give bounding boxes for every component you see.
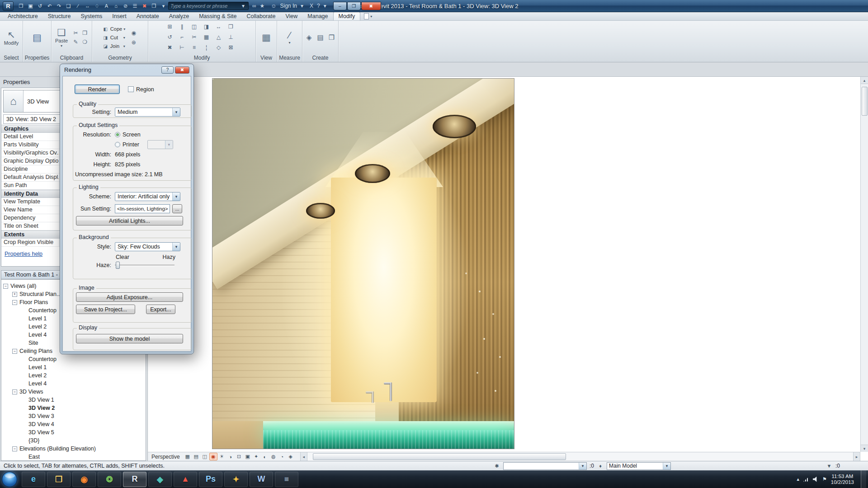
create-group-icon[interactable]: ◈ — [304, 33, 314, 42]
background-style-select[interactable]: Sky: Few Clouds ▾ — [115, 242, 180, 251]
minus-expander-icon[interactable]: − — [3, 284, 8, 289]
properties-palette-button[interactable]: ▤ — [32, 32, 42, 43]
sync-with-central-icon[interactable]: ↺ — [36, 2, 44, 10]
thin-lines-icon[interactable]: ☰ — [131, 2, 139, 10]
screen-radio[interactable] — [115, 132, 120, 137]
detail-level-icon[interactable]: ▤ — [192, 453, 200, 460]
tree-item-level-1[interactable]: Level 1 — [1, 363, 146, 371]
customize-quick-access-icon[interactable]: ▾ — [159, 2, 168, 10]
tree-item-level-4[interactable]: Level 4 — [1, 380, 146, 388]
close-button[interactable]: ✖ — [361, 2, 381, 10]
aligned-dimension-icon[interactable]: ↔ — [83, 2, 92, 10]
search-binoculars-icon[interactable]: ∞ — [252, 3, 256, 9]
sun-setting-field[interactable]: <In-session, Lighting> — [115, 204, 170, 213]
split-with-gap-icon[interactable]: ¦ — [202, 43, 211, 52]
sun-path-icon[interactable]: ☀ — [218, 453, 226, 460]
lighting-scheme-select[interactable]: Interior: Artificial only ▾ — [115, 192, 180, 201]
text-icon[interactable]: A — [102, 2, 111, 10]
default-3d-view-icon[interactable]: ⌂ — [112, 2, 120, 10]
printer-radio[interactable] — [115, 142, 120, 147]
start-button[interactable] — [2, 472, 17, 487]
autodesk-exchange-taskbar-button[interactable]: ✦ — [224, 472, 248, 487]
windows-explorer-taskbar-button[interactable]: ❒ — [47, 472, 71, 487]
trim-extend-corner-icon[interactable]: ⌐ — [178, 33, 186, 41]
tab-analyze[interactable]: Analyze — [164, 12, 194, 20]
minus-expander-icon[interactable]: − — [12, 446, 17, 451]
tree-item-3d-views[interactable]: −3D Views — [1, 388, 146, 396]
media-app-taskbar-button[interactable]: ■ — [275, 472, 298, 487]
tab-structure[interactable]: Structure — [43, 12, 76, 20]
print-icon[interactable]: ❑ — [64, 2, 73, 10]
visual-style-icon[interactable]: ◫ — [201, 453, 209, 460]
scroll-down-icon[interactable]: ▾ — [861, 445, 868, 452]
reveal-hidden-elements-icon[interactable]: ◍ — [269, 453, 278, 460]
match-type-properties-icon[interactable]: ✎ — [71, 38, 80, 47]
view-scale-icon[interactable]: ▦ — [184, 453, 192, 460]
minus-expander-icon[interactable]: − — [12, 389, 17, 394]
autodesk-revit-taskbar-button[interactable]: R — [123, 472, 146, 487]
close-hidden-windows-icon[interactable]: ✖ — [140, 2, 149, 10]
scroll-up-icon[interactable]: ▴ — [861, 77, 868, 84]
taskbar-clock[interactable]: 11:53 AM 10/2/2013 — [831, 474, 854, 485]
render-button[interactable]: Render — [75, 84, 120, 94]
mirror-pick-axis-icon[interactable]: ◫ — [190, 22, 198, 31]
tree-item-3d-view-5[interactable]: 3D View 5 — [1, 428, 146, 436]
vertical-scrollbar[interactable]: ▴ ▾ — [860, 77, 868, 452]
google-chrome-taskbar-button[interactable]: ❂ — [98, 472, 121, 487]
measure-icon[interactable]: ∕ — [74, 2, 82, 10]
horizontal-scrollbar[interactable]: ◂ ▸ — [300, 452, 860, 461]
adobe-photoshop-taskbar-button[interactable]: Ps — [199, 472, 222, 487]
active-workset-select[interactable]: ▾ — [503, 462, 587, 470]
wall-joins-icon[interactable]: ⊠ — [226, 43, 235, 52]
tab-collaborate[interactable]: Collaborate — [242, 12, 281, 20]
tree-item-3d-view-4[interactable]: 3D View 4 — [1, 420, 146, 428]
design-options-icon[interactable]: ♦ — [597, 462, 604, 469]
rendered-bathroom-scene[interactable] — [212, 78, 514, 449]
infocenter-search[interactable]: ▾ — [168, 2, 249, 10]
microsoft-word-taskbar-button[interactable]: W — [250, 472, 273, 487]
show-hidden-icons[interactable]: ▴ — [797, 476, 799, 482]
show-desktop-button[interactable] — [861, 470, 866, 488]
tree-item-3d-view-2[interactable]: 3D View 2 — [1, 404, 146, 412]
worksets-icon[interactable]: ✱ — [493, 462, 500, 469]
trim-extend-single-icon[interactable]: ⊢ — [178, 43, 186, 52]
switch-windows-icon[interactable]: ❒ — [150, 2, 158, 10]
tab-architecture[interactable]: Architecture — [3, 12, 43, 20]
tab-modify[interactable]: Modify — [333, 12, 361, 20]
chevron-down-icon[interactable]: ▾ — [324, 3, 326, 9]
scroll-right-icon[interactable]: ▸ — [853, 452, 860, 461]
highlight-displacement-sets-icon[interactable]: ◈ — [287, 453, 295, 460]
cope-button[interactable]: ◧Cope▾ — [102, 25, 125, 33]
autodesk-viewer-taskbar-button[interactable]: ◆ — [148, 472, 172, 487]
pin-icon[interactable]: ⊥ — [226, 33, 235, 41]
tab-systems[interactable]: Systems — [75, 12, 107, 20]
haze-slider[interactable] — [115, 261, 175, 270]
tab-manage[interactable]: Manage — [302, 12, 333, 20]
paint-icon[interactable]: ◉ — [129, 28, 138, 37]
tag-by-category-icon[interactable]: ♢ — [93, 2, 101, 10]
tree-item-elevations-building-elevation[interactable]: −Elevations (Building Elevation) — [1, 445, 146, 453]
drawing-area[interactable]: Perspective ▦▤◫◉☀◑⊡▣✦◐◍◔◈ ◂ ▸ ▴ ▾ — [147, 77, 868, 461]
array-icon[interactable]: ▦ — [202, 33, 211, 41]
join-geometry-button[interactable]: ◪Join▾ — [102, 42, 125, 50]
search-input[interactable] — [170, 3, 240, 9]
exchange-apps-icon[interactable]: X — [310, 3, 313, 9]
tree-item-countertop[interactable]: Countertop — [1, 355, 146, 363]
network-icon[interactable] — [803, 477, 809, 482]
show-crop-region-icon[interactable]: ▣ — [244, 453, 252, 460]
paste-button[interactable]: ❑ Paste ▾ — [54, 27, 69, 48]
haze-slider-thumb[interactable] — [116, 262, 120, 269]
crop-view-icon[interactable]: ⊡ — [235, 453, 243, 460]
rotate-icon[interactable]: ↺ — [165, 33, 174, 41]
volume-icon[interactable] — [813, 477, 818, 482]
redo-icon[interactable]: ↷ — [55, 2, 63, 10]
open-icon[interactable]: ❐ — [17, 2, 25, 10]
tab-annotate[interactable]: Annotate — [132, 12, 164, 20]
firefox-taskbar-button[interactable]: ◉ — [72, 472, 96, 487]
internet-explorer-taskbar-button[interactable]: e — [22, 472, 45, 487]
tree-item-east[interactable]: East — [1, 453, 146, 461]
editing-requests-badge[interactable]: :0 — [590, 463, 594, 469]
section-icon[interactable]: ⊘ — [121, 2, 130, 10]
adjust-exposure-button[interactable]: Adjust Exposure... — [76, 292, 183, 302]
design-options-select[interactable]: Main Model ▾ — [607, 462, 671, 470]
